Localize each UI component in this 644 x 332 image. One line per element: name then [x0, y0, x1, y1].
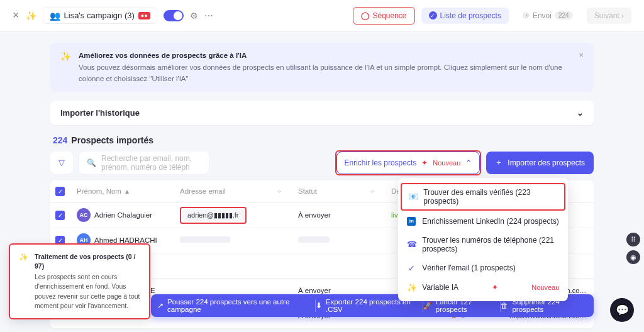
- col-name[interactable]: Prénom, Nom▴: [77, 187, 177, 196]
- import-prospects-button[interactable]: ＋ Importer des prospects: [486, 152, 594, 174]
- sparkle-icon[interactable]: ✧: [370, 188, 389, 195]
- arrow-icon: ↗: [157, 301, 164, 310]
- filter-button[interactable]: ▽: [50, 152, 73, 174]
- col-status[interactable]: Statut: [298, 187, 367, 195]
- close-icon[interactable]: ×: [13, 9, 19, 22]
- plus-icon: ＋: [495, 157, 502, 168]
- row-checkbox[interactable]: ✓: [55, 211, 65, 220]
- campaign-name: Lisa's campaign (3): [64, 11, 135, 20]
- skeleton-loader: [180, 236, 230, 243]
- dd-find-emails[interactable]: 📧 Trouver des emails vérifiés (223 prosp…: [401, 183, 565, 211]
- sparkle-icon: ✦: [421, 158, 428, 167]
- magic-icon: ✨: [26, 11, 36, 21]
- search-input[interactable]: 🔍 Recherche par email, nom, prénom, numé…: [79, 152, 209, 174]
- campaign-badge: ●●: [138, 12, 150, 19]
- apps-icon[interactable]: ⠿: [626, 233, 640, 246]
- avatar: AC: [77, 208, 91, 222]
- chevron-up-icon: ⌃: [465, 158, 472, 167]
- enrich-dropdown: 📧 Trouver des emails vérifiés (223 prosp…: [398, 178, 568, 301]
- app-header: × ✨ 👥 Lisa's campaign (3) ●● ⚙ ⋯ Séquenc…: [0, 0, 644, 31]
- step-sequence[interactable]: Séquence: [353, 7, 414, 25]
- chat-bubble-icon[interactable]: 💬: [610, 298, 634, 322]
- chevron-down-icon: ⌄: [577, 108, 584, 118]
- trash-icon: 🗑: [501, 302, 508, 309]
- ai-banner: ✨ Améliorez vos données de prospects grâ…: [50, 43, 594, 92]
- linkedin-icon: in: [407, 217, 416, 226]
- search-icon: 🔍: [87, 158, 96, 167]
- processing-toast: ✨ Traitement de vos prospects (0 / 97) L…: [9, 243, 150, 319]
- discord-icon[interactable]: ◉: [626, 250, 640, 264]
- campaign-emoji: 👥: [50, 11, 60, 21]
- banner-close-icon[interactable]: ×: [579, 50, 584, 60]
- step-envoi[interactable]: ③ Envoi 224: [515, 8, 580, 24]
- enrich-prospects-button[interactable]: Enrichir les prospects ✦ Nouveau ⌃: [336, 152, 480, 174]
- email-icon: 📧: [408, 192, 417, 201]
- more-icon[interactable]: ⋯: [204, 11, 213, 21]
- phone-icon: ☎: [407, 240, 416, 249]
- verify-icon: ✓: [407, 263, 416, 273]
- step-prospect-list[interactable]: Liste de prospects: [421, 8, 509, 24]
- push-to-campaign-button[interactable]: ↗Pousser 224 prospects vers une autre ca…: [157, 298, 315, 313]
- highlight-email: adrien@▮▮▮▮▮.fr: [180, 207, 247, 224]
- import-history-accordion[interactable]: Importer l'historique ⌄: [50, 101, 594, 125]
- sparkle-icon: ✨: [407, 283, 416, 292]
- email-chip[interactable]: adrien@▮▮▮▮▮.fr: [182, 209, 244, 221]
- step-next: Suivant ›: [587, 8, 631, 24]
- select-all-checkbox[interactable]: ✓: [55, 187, 65, 196]
- sparkle-icon: ✨: [60, 52, 71, 62]
- rocket-icon: 🚀: [423, 301, 432, 310]
- banner-title: Améliorez vos données de prospects grâce…: [79, 50, 571, 61]
- campaign-toggle[interactable]: [164, 10, 184, 21]
- download-icon: ⬇: [316, 301, 322, 310]
- col-email[interactable]: Adresse email: [180, 187, 274, 195]
- dd-verify-email[interactable]: ✓ Vérifier l'email (1 prospects): [398, 258, 568, 278]
- dd-ai-variable[interactable]: ✨ Variable IA ✦ Nouveau: [398, 278, 568, 297]
- dd-find-phones[interactable]: ☎ Trouver les numéros de téléphone (221 …: [398, 231, 568, 258]
- prospect-count-row: 224 Prospects importés: [50, 135, 594, 145]
- dd-linkedin-enrich[interactable]: in Enrichissement LinkedIn (224 prospect…: [398, 212, 568, 231]
- wand-icon: ✨: [19, 252, 28, 311]
- skeleton-loader: [298, 236, 330, 243]
- gear-icon[interactable]: ⚙: [190, 11, 198, 21]
- sparkle-icon[interactable]: ✧: [277, 188, 296, 195]
- sparkle-icon: ✦: [492, 283, 498, 292]
- banner-body: Vous pouvez désormais améliorer vos donn…: [79, 64, 562, 82]
- campaign-chip[interactable]: 👥 Lisa's campaign (3) ●●: [43, 8, 157, 24]
